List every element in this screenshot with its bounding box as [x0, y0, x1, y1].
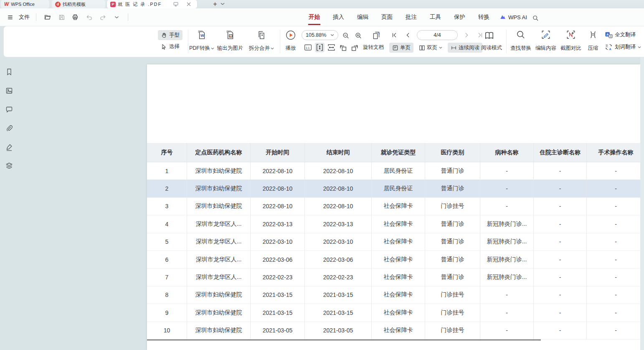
chevron-down-icon — [330, 34, 334, 36]
single-page-button[interactable]: 单页 — [389, 43, 413, 53]
zoom-out-button[interactable] — [341, 31, 351, 41]
bookmarks-panel-button[interactable] — [4, 66, 15, 77]
double-page-button[interactable]: 双页 — [416, 43, 445, 53]
split-merge-button[interactable]: 拆分合并 — [246, 28, 276, 54]
tab-list-chevron-icon[interactable] — [221, 3, 225, 5]
table-header-cell: 手术操作名称 — [587, 143, 640, 162]
rotate-right-button[interactable] — [350, 43, 360, 52]
tab-tools[interactable]: 工具 — [429, 12, 441, 23]
table-cell: 深圳市妇幼保健院 — [187, 198, 251, 215]
vertical-scrollbar[interactable] — [640, 57, 644, 350]
table-cell: - — [587, 286, 640, 304]
tab-docer-label: 找稻壳模板 — [63, 1, 86, 8]
tab-convert[interactable]: 转换 — [478, 12, 490, 23]
tab-protect[interactable]: 保护 — [454, 12, 466, 23]
tab-wps-office[interactable]: W WPS Office — [1, 0, 49, 8]
main-menu-icon[interactable] — [5, 12, 15, 22]
tab-comment[interactable]: 批注 — [405, 12, 417, 23]
medical-table: 序号定点医药机构名称开始时间结束时间就诊凭证类型医疗类别病种名称住院主诊断名称手… — [147, 143, 640, 340]
table-cell: 10 — [147, 322, 187, 340]
tab-docer-templates[interactable]: d 找稻壳模板 — [52, 0, 105, 8]
zoom-value: 105.88% — [306, 32, 326, 38]
zoom-in-icon — [355, 32, 363, 40]
rotate-left-button[interactable] — [338, 43, 348, 52]
pdf-page[interactable]: 序号定点医药机构名称开始时间结束时间就诊凭证类型医疗类别病种名称住院主诊断名称手… — [147, 64, 640, 350]
continuous-read-button[interactable]: 连续阅读 — [448, 43, 482, 53]
open-book-icon — [484, 31, 494, 41]
close-tab-icon[interactable] — [184, 0, 194, 9]
table-cell: 深圳市妇幼保健院 — [187, 162, 251, 180]
table-cell: 深圳市龙华区人... — [187, 233, 251, 251]
table-cell: 深圳市龙华区人... — [187, 215, 251, 233]
thumbnails-panel-button[interactable] — [4, 85, 15, 96]
table-row: 2深圳市妇幼保健院2022-08-102022-08-10居民身份证普通门诊--… — [147, 180, 640, 197]
table-cell: - — [587, 322, 640, 340]
hand-tool-button[interactable]: 手型 — [158, 30, 183, 40]
word-translate-icon: 文 A — [605, 43, 613, 51]
compress-button[interactable]: 压缩 — [584, 28, 602, 54]
select-tool-button[interactable]: 选择 — [158, 41, 183, 51]
play-button[interactable]: 播放 — [281, 28, 300, 54]
page-indicator-input[interactable] — [417, 30, 458, 40]
actual-size-button[interactable]: 1:1 — [303, 43, 313, 52]
redo-icon[interactable] — [98, 12, 108, 22]
toolbar-options-chevron-icon[interactable] — [112, 12, 122, 22]
menubar: 文件 开始 插入 编辑 页 — [0, 8, 644, 26]
table-cell: 普通门诊 — [425, 233, 480, 251]
tab-page[interactable]: 页面 — [381, 12, 393, 23]
table-cell: - — [587, 215, 640, 233]
signature-panel-button[interactable] — [4, 142, 15, 153]
layers-panel-button[interactable] — [4, 161, 15, 171]
edit-content-button[interactable]: 编辑内容 — [534, 28, 558, 54]
undo-icon[interactable] — [84, 12, 94, 22]
comment-bubble-icon — [5, 105, 13, 114]
new-tab-button[interactable]: + — [211, 0, 219, 8]
attachments-panel-button[interactable] — [4, 123, 15, 134]
next-page-button[interactable] — [461, 30, 472, 40]
fit-page-button[interactable] — [315, 43, 325, 52]
fit-width-button[interactable] — [327, 43, 336, 52]
save-icon[interactable] — [56, 12, 66, 22]
read-mode-icon-button[interactable] — [483, 29, 495, 42]
open-file-icon[interactable] — [43, 12, 53, 22]
wps-ai-button[interactable]: WPS AI — [499, 8, 527, 26]
prev-page-button[interactable] — [403, 30, 413, 40]
tab-wps-office-label: WPS Office — [11, 2, 35, 7]
search-icon[interactable] — [530, 13, 540, 23]
table-cell: 普通门诊 — [425, 215, 480, 233]
word-translate-button[interactable]: 文 A 划词翻译 — [605, 43, 641, 51]
chevron-down-icon — [439, 46, 442, 49]
export-image-button[interactable]: 输出为图片 — [216, 28, 245, 54]
reflow-pages-icon — [371, 31, 381, 41]
tab-insert[interactable]: 插入 — [332, 12, 345, 23]
screenshot-compare-button[interactable]: 截图对比 — [559, 28, 583, 54]
table-cell: 深圳市妇幼保健院 — [187, 304, 251, 322]
file-menu[interactable]: 文件 — [19, 13, 30, 21]
pdf-convert-button[interactable]: W PDF转换 — [189, 28, 215, 54]
table-cell: - — [587, 304, 640, 322]
tab-document[interactable]: P 就 医 记 录 .PDF — [107, 0, 197, 8]
tab-home[interactable]: 开始 — [308, 12, 320, 23]
find-replace-button[interactable]: 查找替换 — [509, 28, 533, 54]
table-cell: - — [480, 198, 534, 215]
full-translate-button[interactable]: A 文 全文翻译 — [605, 31, 636, 39]
rotate-left-icon — [339, 43, 347, 52]
ribbon-toolbar: 手型 选择 W PDF转换 输出为图片 — [0, 26, 644, 57]
divider — [128, 13, 128, 21]
table-cell: 1 — [147, 162, 187, 180]
tab-edit[interactable]: 编辑 — [357, 12, 369, 23]
read-mode-label[interactable]: 阅读模式 — [478, 44, 505, 51]
zoom-select[interactable]: 105.88% — [302, 30, 338, 40]
table-cell: - — [480, 304, 534, 322]
wps-office-window: W WPS Office d 找稻壳模板 P 就 医 记 录 .PDF + — [0, 0, 644, 350]
table-cell: 2022-02-23 — [251, 268, 305, 286]
table-cell: 2022-03-10 — [305, 233, 372, 251]
table-cell: - — [587, 198, 640, 215]
print-icon[interactable] — [70, 12, 80, 22]
table-cell: 2021-03-05 — [305, 322, 372, 340]
first-page-button[interactable] — [389, 30, 399, 40]
comments-panel-button[interactable] — [4, 104, 15, 115]
zoom-in-button[interactable] — [353, 31, 363, 41]
reflow-document-button[interactable] — [370, 29, 383, 42]
presentation-mode-icon[interactable] — [171, 0, 181, 9]
